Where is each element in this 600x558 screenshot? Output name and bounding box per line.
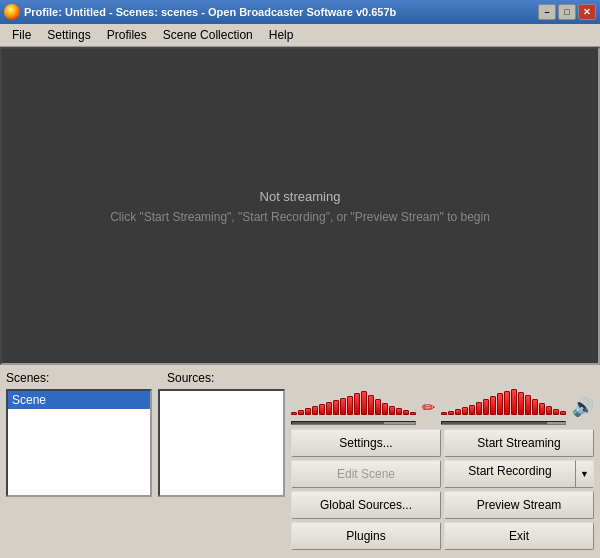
- volume-bar: [354, 393, 360, 415]
- volume-bar: [340, 398, 346, 415]
- volume-bar: [403, 410, 409, 415]
- volume-bar: [532, 399, 538, 415]
- menu-item-file[interactable]: File: [4, 26, 39, 44]
- app-icon: [4, 4, 20, 20]
- volume-bar: [518, 392, 524, 415]
- volume-bar: [375, 399, 381, 415]
- volume-bar: [305, 408, 311, 415]
- volume-bar: [361, 391, 367, 415]
- title-bar: Profile: Untitled - Scenes: scenes - Ope…: [0, 0, 600, 24]
- global-sources-button[interactable]: Global Sources...: [291, 491, 441, 519]
- menu-item-settings[interactable]: Settings: [39, 26, 98, 44]
- volume-bar: [368, 395, 374, 415]
- scene-item-scene[interactable]: Scene: [8, 391, 150, 409]
- volume-bar: [497, 393, 503, 415]
- volume-bar: [469, 405, 475, 415]
- left-meter-bars: [291, 387, 416, 415]
- start-recording-split[interactable]: Start Recording ▼: [444, 460, 594, 488]
- scenes-list[interactable]: Scene: [6, 389, 152, 497]
- sources-label: Sources:: [167, 371, 302, 385]
- exit-button[interactable]: Exit: [444, 522, 594, 550]
- volume-row: ✏ 🔊: [291, 389, 594, 425]
- scenes-label: Scenes:: [6, 371, 161, 385]
- labels-row: Scenes: Sources:: [6, 371, 594, 385]
- volume-bar: [455, 409, 461, 415]
- preview-stream-button[interactable]: Preview Stream: [444, 491, 594, 519]
- volume-bar: [298, 410, 304, 415]
- settings-button[interactable]: Settings...: [291, 429, 441, 457]
- edit-scene-button: Edit Scene: [291, 460, 441, 488]
- window-title: Profile: Untitled - Scenes: scenes - Ope…: [24, 6, 396, 18]
- menu-item-scene-collection[interactable]: Scene Collection: [155, 26, 261, 44]
- volume-bar: [326, 402, 332, 415]
- start-recording-dropdown[interactable]: ▼: [576, 460, 594, 488]
- hint-text: Click "Start Streaming", "Start Recordin…: [110, 210, 490, 224]
- volume-bar: [382, 403, 388, 415]
- menu-item-help[interactable]: Help: [261, 26, 302, 44]
- start-recording-button[interactable]: Start Recording: [444, 460, 576, 488]
- volume-bar: [490, 396, 496, 415]
- volume-bar: [291, 412, 297, 415]
- volume-bar: [476, 402, 482, 415]
- volume-bar: [553, 409, 559, 415]
- bottom-panel: Scenes: Sources: Scene: [0, 365, 600, 554]
- volume-bar: [560, 411, 566, 415]
- volume-bar: [389, 406, 395, 415]
- left-slider[interactable]: [291, 419, 416, 427]
- right-meter-section: [441, 387, 566, 427]
- buttons-grid: Settings... Start Streaming Edit Scene S…: [291, 429, 594, 550]
- main-bottom-row: Scene ✏: [6, 389, 594, 550]
- left-meter-section: [291, 387, 416, 427]
- volume-bar: [504, 391, 510, 415]
- volume-bar: [483, 399, 489, 415]
- volume-bar: [333, 400, 339, 415]
- volume-bar: [546, 406, 552, 415]
- volume-bar: [319, 404, 325, 415]
- maximize-button[interactable]: □: [558, 4, 576, 20]
- volume-bar: [462, 407, 468, 415]
- volume-bar: [539, 403, 545, 415]
- volume-bar: [410, 412, 416, 415]
- right-slider[interactable]: [441, 419, 566, 427]
- start-streaming-button[interactable]: Start Streaming: [444, 429, 594, 457]
- minimize-button[interactable]: –: [538, 4, 556, 20]
- volume-bar: [448, 411, 454, 415]
- right-meter-bars: [441, 387, 566, 415]
- close-button[interactable]: ✕: [578, 4, 596, 20]
- status-text: Not streaming: [260, 189, 341, 204]
- volume-bar: [525, 395, 531, 415]
- speaker-icon: 🔊: [572, 396, 594, 418]
- menu-item-profiles[interactable]: Profiles: [99, 26, 155, 44]
- preview-area: Not streaming Click "Start Streaming", "…: [0, 47, 600, 365]
- controls-area: ✏ 🔊 Settings... Start Streaming: [291, 389, 594, 550]
- volume-bar: [312, 406, 318, 415]
- plugins-button[interactable]: Plugins: [291, 522, 441, 550]
- menu-bar: File Settings Profiles Scene Collection …: [0, 24, 600, 47]
- volume-bar: [441, 412, 447, 415]
- pencil-icon[interactable]: ✏: [422, 398, 435, 417]
- volume-bar: [347, 396, 353, 415]
- volume-bar: [511, 389, 517, 415]
- volume-bar: [396, 408, 402, 415]
- sources-list[interactable]: [158, 389, 285, 497]
